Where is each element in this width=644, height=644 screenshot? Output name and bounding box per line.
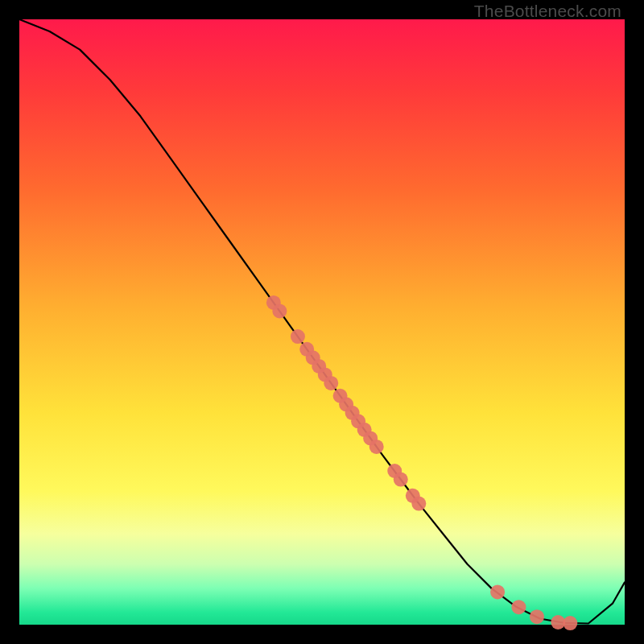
marker-dot bbox=[411, 497, 426, 511]
watermark-text: TheBottleneck.com bbox=[474, 2, 621, 21]
marker-dot bbox=[530, 609, 544, 624]
marker-dot bbox=[369, 440, 384, 454]
chart-frame bbox=[19, 19, 625, 625]
marker-dot bbox=[291, 329, 305, 344]
marker-group bbox=[266, 295, 577, 630]
marker-dot bbox=[490, 584, 505, 599]
marker-dot bbox=[563, 616, 577, 630]
chart-overlay bbox=[19, 19, 625, 625]
marker-dot bbox=[324, 376, 338, 390]
marker-dot bbox=[394, 473, 408, 487]
marker-dot bbox=[272, 303, 287, 318]
marker-dot bbox=[511, 600, 526, 614]
curve-line bbox=[19, 19, 625, 624]
